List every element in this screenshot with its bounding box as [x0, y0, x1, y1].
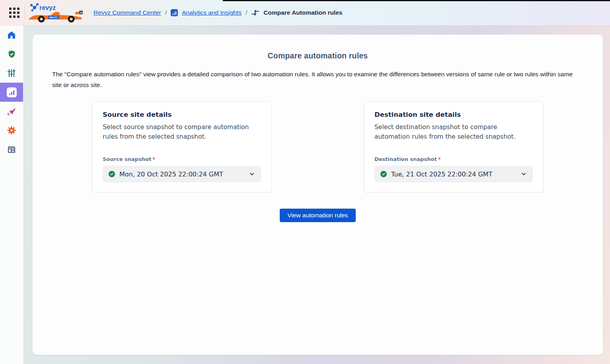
app-switcher-grid-icon[interactable]	[6, 5, 22, 21]
destination-card-title: Destination site details	[374, 111, 533, 118]
destination-snapshot-select[interactable]: Tue, 21 Oct 2025 22:00:24 GMT	[374, 166, 533, 182]
required-asterisk: *	[438, 156, 441, 162]
home-icon	[7, 30, 16, 40]
sliders-icon	[7, 68, 16, 78]
sidebar-item-settings[interactable]	[0, 121, 23, 140]
destination-snapshot-label: Destination snapshot*	[374, 156, 533, 162]
sidebar-item-schedules[interactable]	[0, 140, 23, 159]
svg-text:REVYZ: REVYZ	[50, 16, 58, 19]
source-card-description: Select source snapshot to compare automa…	[103, 122, 261, 141]
revyz-logo[interactable]: revyz 33 REVYZ	[29, 2, 86, 23]
breadcrumb-current: Compare Automation rules	[263, 9, 342, 16]
chevron-down-icon	[249, 171, 255, 177]
gear-icon	[7, 126, 16, 135]
revyz-logo-image: revyz 33 REVYZ	[29, 2, 86, 23]
breadcrumb: Revyz Command Center / Analytics and Ins…	[94, 9, 343, 17]
analytics-chart-icon	[171, 9, 178, 16]
breadcrumb-link-analytics[interactable]: Analytics and Insights	[182, 9, 242, 16]
sidebar-item-analytics[interactable]	[0, 83, 23, 102]
source-card-title: Source site details	[103, 111, 261, 118]
action-button-row: View automation rules	[52, 209, 583, 222]
content-panel: Compare automation rules The "Compare au…	[33, 35, 603, 355]
compare-arrows-icon	[251, 9, 259, 17]
analytics-chart-icon	[7, 87, 17, 97]
shield-check-icon	[7, 50, 16, 59]
svg-text:revyz: revyz	[39, 4, 56, 11]
page-description: The "Compare automation rules" view prov…	[52, 69, 583, 90]
breadcrumb-separator: /	[165, 9, 167, 16]
top-header: revyz 33 REVYZ Revyz Command Center / An…	[0, 0, 610, 25]
main-area: Compare automation rules The "Compare au…	[23, 25, 610, 364]
breadcrumb-separator: /	[246, 9, 247, 16]
svg-text:33: 33	[80, 12, 83, 14]
success-check-icon	[109, 171, 115, 177]
header-divider	[25, 6, 25, 19]
destination-snapshot-value: Tue, 21 Oct 2025 22:00:24 GMT	[391, 170, 520, 178]
source-snapshot-value: Mon, 20 Oct 2025 22:00:24 GMT	[119, 170, 249, 178]
left-sidebar	[0, 25, 23, 364]
destination-site-card: Destination site details Select destinat…	[364, 101, 544, 192]
sidebar-item-security[interactable]	[0, 45, 23, 64]
source-snapshot-label: Source snapshot*	[103, 156, 261, 162]
grid-icon	[9, 8, 19, 18]
sidebar-item-launch[interactable]	[0, 102, 23, 121]
destination-card-description: Select destination snapshot to compare a…	[374, 122, 533, 141]
board-calendar-icon	[7, 145, 16, 154]
window-edge-strip	[223, 0, 610, 1]
page-title: Compare automation rules	[52, 51, 583, 60]
destination-snapshot-label-text: Destination snapshot	[374, 156, 437, 162]
required-asterisk: *	[152, 156, 155, 162]
chevron-down-icon	[520, 171, 527, 177]
snapshot-cards-row: Source site details Select source snapsh…	[52, 101, 583, 192]
breadcrumb-link-command-center[interactable]: Revyz Command Center	[94, 9, 161, 16]
view-automation-rules-button[interactable]: View automation rules	[280, 209, 355, 222]
success-check-icon	[380, 171, 387, 177]
sidebar-item-home[interactable]	[0, 25, 23, 45]
source-site-card: Source site details Select source snapsh…	[92, 101, 272, 192]
source-snapshot-select[interactable]: Mon, 20 Oct 2025 22:00:24 GMT	[103, 166, 261, 182]
sidebar-item-configuration[interactable]	[0, 64, 23, 83]
source-snapshot-label-text: Source snapshot	[103, 156, 151, 162]
rocket-icon	[7, 106, 16, 116]
